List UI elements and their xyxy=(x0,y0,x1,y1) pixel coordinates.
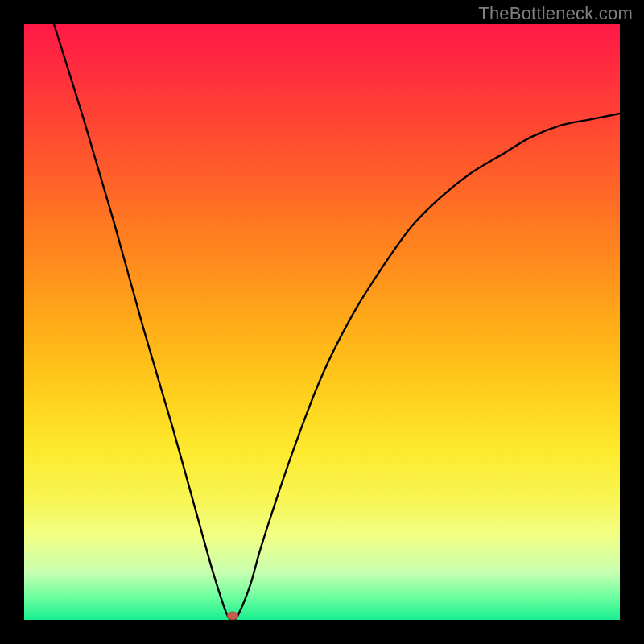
bottleneck-curve xyxy=(24,24,620,620)
curve-path xyxy=(54,24,620,620)
watermark-text: TheBottleneck.com xyxy=(478,3,633,24)
chart-frame: TheBottleneck.com xyxy=(0,0,644,644)
minimum-marker xyxy=(227,612,238,620)
plot-area xyxy=(24,24,620,620)
